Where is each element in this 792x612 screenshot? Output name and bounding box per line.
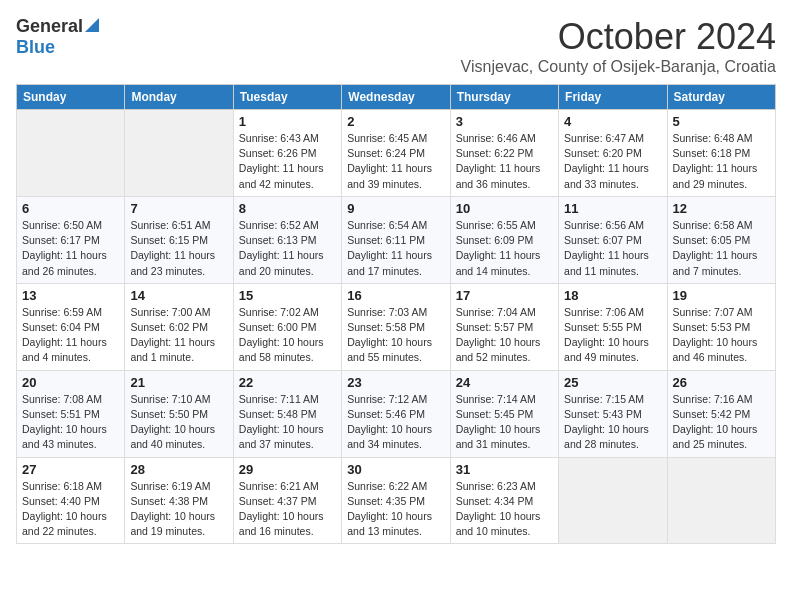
calendar-cell: 19Sunrise: 7:07 AMSunset: 5:53 PMDayligh…: [667, 283, 775, 370]
calendar-header-thursday: Thursday: [450, 85, 558, 110]
day-number: 16: [347, 288, 444, 303]
day-info: Sunrise: 7:04 AMSunset: 5:57 PMDaylight:…: [456, 305, 553, 366]
calendar-cell: [559, 457, 667, 544]
day-info: Sunrise: 6:52 AMSunset: 6:13 PMDaylight:…: [239, 218, 336, 279]
day-number: 9: [347, 201, 444, 216]
day-number: 19: [673, 288, 770, 303]
calendar-cell: 31Sunrise: 6:23 AMSunset: 4:34 PMDayligh…: [450, 457, 558, 544]
day-number: 5: [673, 114, 770, 129]
calendar-cell: [125, 110, 233, 197]
calendar-cell: 26Sunrise: 7:16 AMSunset: 5:42 PMDayligh…: [667, 370, 775, 457]
calendar-header-row: SundayMondayTuesdayWednesdayThursdayFrid…: [17, 85, 776, 110]
day-number: 25: [564, 375, 661, 390]
day-number: 29: [239, 462, 336, 477]
day-info: Sunrise: 7:08 AMSunset: 5:51 PMDaylight:…: [22, 392, 119, 453]
day-number: 11: [564, 201, 661, 216]
day-number: 20: [22, 375, 119, 390]
day-info: Sunrise: 6:23 AMSunset: 4:34 PMDaylight:…: [456, 479, 553, 540]
day-info: Sunrise: 6:55 AMSunset: 6:09 PMDaylight:…: [456, 218, 553, 279]
calendar-cell: 30Sunrise: 6:22 AMSunset: 4:35 PMDayligh…: [342, 457, 450, 544]
calendar-cell: 24Sunrise: 7:14 AMSunset: 5:45 PMDayligh…: [450, 370, 558, 457]
day-number: 1: [239, 114, 336, 129]
day-number: 30: [347, 462, 444, 477]
calendar-cell: 8Sunrise: 6:52 AMSunset: 6:13 PMDaylight…: [233, 196, 341, 283]
day-number: 22: [239, 375, 336, 390]
day-info: Sunrise: 6:56 AMSunset: 6:07 PMDaylight:…: [564, 218, 661, 279]
calendar-table: SundayMondayTuesdayWednesdayThursdayFrid…: [16, 84, 776, 544]
calendar-cell: 10Sunrise: 6:55 AMSunset: 6:09 PMDayligh…: [450, 196, 558, 283]
calendar-cell: 15Sunrise: 7:02 AMSunset: 6:00 PMDayligh…: [233, 283, 341, 370]
calendar-week-row: 13Sunrise: 6:59 AMSunset: 6:04 PMDayligh…: [17, 283, 776, 370]
day-number: 27: [22, 462, 119, 477]
calendar-cell: 4Sunrise: 6:47 AMSunset: 6:20 PMDaylight…: [559, 110, 667, 197]
day-info: Sunrise: 7:14 AMSunset: 5:45 PMDaylight:…: [456, 392, 553, 453]
day-info: Sunrise: 6:59 AMSunset: 6:04 PMDaylight:…: [22, 305, 119, 366]
calendar-week-row: 1Sunrise: 6:43 AMSunset: 6:26 PMDaylight…: [17, 110, 776, 197]
calendar-cell: 2Sunrise: 6:45 AMSunset: 6:24 PMDaylight…: [342, 110, 450, 197]
day-number: 24: [456, 375, 553, 390]
calendar-cell: 5Sunrise: 6:48 AMSunset: 6:18 PMDaylight…: [667, 110, 775, 197]
calendar-cell: 18Sunrise: 7:06 AMSunset: 5:55 PMDayligh…: [559, 283, 667, 370]
calendar-cell: 7Sunrise: 6:51 AMSunset: 6:15 PMDaylight…: [125, 196, 233, 283]
day-info: Sunrise: 7:00 AMSunset: 6:02 PMDaylight:…: [130, 305, 227, 366]
day-number: 18: [564, 288, 661, 303]
logo-general-text: General: [16, 16, 83, 37]
calendar-cell: 20Sunrise: 7:08 AMSunset: 5:51 PMDayligh…: [17, 370, 125, 457]
title-block: October 2024 Visnjevac, County of Osijek…: [461, 16, 776, 76]
calendar-week-row: 6Sunrise: 6:50 AMSunset: 6:17 PMDaylight…: [17, 196, 776, 283]
day-info: Sunrise: 6:22 AMSunset: 4:35 PMDaylight:…: [347, 479, 444, 540]
day-info: Sunrise: 6:47 AMSunset: 6:20 PMDaylight:…: [564, 131, 661, 192]
day-info: Sunrise: 6:54 AMSunset: 6:11 PMDaylight:…: [347, 218, 444, 279]
calendar-header-wednesday: Wednesday: [342, 85, 450, 110]
calendar-cell: 6Sunrise: 6:50 AMSunset: 6:17 PMDaylight…: [17, 196, 125, 283]
page-header: General Blue October 2024 Visnjevac, Cou…: [16, 16, 776, 76]
calendar-week-row: 27Sunrise: 6:18 AMSunset: 4:40 PMDayligh…: [17, 457, 776, 544]
day-info: Sunrise: 6:45 AMSunset: 6:24 PMDaylight:…: [347, 131, 444, 192]
calendar-cell: 9Sunrise: 6:54 AMSunset: 6:11 PMDaylight…: [342, 196, 450, 283]
day-info: Sunrise: 7:06 AMSunset: 5:55 PMDaylight:…: [564, 305, 661, 366]
calendar-header-saturday: Saturday: [667, 85, 775, 110]
location-subtitle: Visnjevac, County of Osijek-Baranja, Cro…: [461, 58, 776, 76]
day-number: 12: [673, 201, 770, 216]
day-number: 2: [347, 114, 444, 129]
calendar-header-sunday: Sunday: [17, 85, 125, 110]
day-number: 21: [130, 375, 227, 390]
day-info: Sunrise: 7:03 AMSunset: 5:58 PMDaylight:…: [347, 305, 444, 366]
day-info: Sunrise: 7:11 AMSunset: 5:48 PMDaylight:…: [239, 392, 336, 453]
logo-blue-text: Blue: [16, 37, 55, 57]
day-number: 10: [456, 201, 553, 216]
day-info: Sunrise: 7:15 AMSunset: 5:43 PMDaylight:…: [564, 392, 661, 453]
day-number: 6: [22, 201, 119, 216]
day-info: Sunrise: 6:21 AMSunset: 4:37 PMDaylight:…: [239, 479, 336, 540]
day-info: Sunrise: 6:51 AMSunset: 6:15 PMDaylight:…: [130, 218, 227, 279]
day-number: 7: [130, 201, 227, 216]
day-info: Sunrise: 6:58 AMSunset: 6:05 PMDaylight:…: [673, 218, 770, 279]
day-info: Sunrise: 7:02 AMSunset: 6:00 PMDaylight:…: [239, 305, 336, 366]
day-number: 23: [347, 375, 444, 390]
calendar-cell: 28Sunrise: 6:19 AMSunset: 4:38 PMDayligh…: [125, 457, 233, 544]
day-info: Sunrise: 6:46 AMSunset: 6:22 PMDaylight:…: [456, 131, 553, 192]
calendar-cell: 27Sunrise: 6:18 AMSunset: 4:40 PMDayligh…: [17, 457, 125, 544]
day-number: 26: [673, 375, 770, 390]
calendar-cell: 29Sunrise: 6:21 AMSunset: 4:37 PMDayligh…: [233, 457, 341, 544]
month-title: October 2024: [461, 16, 776, 58]
day-info: Sunrise: 6:19 AMSunset: 4:38 PMDaylight:…: [130, 479, 227, 540]
calendar-header-tuesday: Tuesday: [233, 85, 341, 110]
calendar-cell: 11Sunrise: 6:56 AMSunset: 6:07 PMDayligh…: [559, 196, 667, 283]
day-number: 28: [130, 462, 227, 477]
day-number: 31: [456, 462, 553, 477]
calendar-cell: 16Sunrise: 7:03 AMSunset: 5:58 PMDayligh…: [342, 283, 450, 370]
day-number: 14: [130, 288, 227, 303]
calendar-cell: 25Sunrise: 7:15 AMSunset: 5:43 PMDayligh…: [559, 370, 667, 457]
day-info: Sunrise: 6:18 AMSunset: 4:40 PMDaylight:…: [22, 479, 119, 540]
calendar-cell: 17Sunrise: 7:04 AMSunset: 5:57 PMDayligh…: [450, 283, 558, 370]
day-info: Sunrise: 6:48 AMSunset: 6:18 PMDaylight:…: [673, 131, 770, 192]
day-info: Sunrise: 7:07 AMSunset: 5:53 PMDaylight:…: [673, 305, 770, 366]
calendar-cell: 1Sunrise: 6:43 AMSunset: 6:26 PMDaylight…: [233, 110, 341, 197]
day-number: 4: [564, 114, 661, 129]
calendar-header-friday: Friday: [559, 85, 667, 110]
calendar-cell: 12Sunrise: 6:58 AMSunset: 6:05 PMDayligh…: [667, 196, 775, 283]
logo: General Blue: [16, 16, 99, 58]
calendar-cell: 3Sunrise: 6:46 AMSunset: 6:22 PMDaylight…: [450, 110, 558, 197]
calendar-cell: [17, 110, 125, 197]
